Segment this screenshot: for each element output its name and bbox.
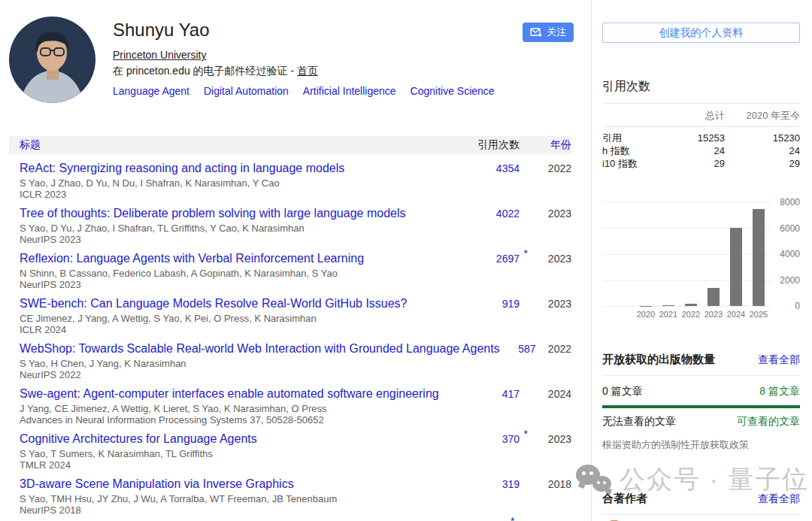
publication-authors: CE Jimenez, J Yang, A Wettig, S Yao, K P… [20,313,467,324]
citations-section-heading[interactable]: 引用次数 [602,79,800,95]
chart-year-label: 2020 [635,310,657,319]
citation-stats-row: 引用 15253 15230 [602,132,800,144]
publication-title-link[interactable]: WebShop: Towards Scalable Real-world Web… [20,342,500,356]
chart-y-tick-label: 8000 [780,197,800,207]
citation-stats-row: i10 指数 29 29 [602,157,800,170]
open-access-progress-bar [602,405,800,408]
citations-bar-chart: 202020212022202320242025 800060004000200… [602,201,800,319]
citation-asterisk: * [524,247,528,260]
chart-bar[interactable] [730,228,742,306]
chart-bar-column[interactable] [702,201,725,306]
publication-year: 2023 [520,297,571,310]
interest-tag[interactable]: Language Agent [113,85,189,97]
stats-row-since: 15230 [725,132,800,144]
publication-title-link[interactable]: Reflexion: Language Agents with Verbal R… [20,252,467,265]
publication-venue: NeurIPS 2023 [20,279,467,290]
oa-available-label-link[interactable]: 可查看的文章 [737,415,800,429]
sort-by-title-header[interactable]: 标题 [9,138,467,152]
coauthors-view-all-link[interactable]: 查看全部 [758,492,800,506]
chart-year-label: 2025 [747,310,770,319]
chart-bar-column[interactable] [725,201,747,306]
publication-title-link[interactable]: ReAct: Synergizing reasoning and acting … [20,162,467,175]
citation-count-link[interactable]: 417 [502,388,520,400]
citation-count-link[interactable]: 319 [502,478,520,490]
stats-header-total: 总计 [665,109,725,122]
coauthors-title: 合著作者 [602,492,647,506]
publication-title-link[interactable]: Tree of thoughts: Deliberate problem sol… [20,207,467,220]
chart-bar-column[interactable] [680,201,702,306]
chart-bar-column[interactable] [747,201,770,306]
affiliation-link[interactable]: Princeton University [113,49,207,61]
publication-title-link[interactable]: 3D-aware Scene Manipulation via Inverse … [20,477,467,491]
coauthors-section: 合著作者 查看全部 [602,492,800,521]
sort-by-year-header[interactable]: 年份 [520,138,571,152]
publication-row: Tree of thoughts: Deliberate problem sol… [9,199,571,244]
open-access-note: 根据资助方的强制性开放获取政策 [602,438,800,452]
publication-venue: Advances in Neural Information Processin… [20,414,467,426]
publication-title-link[interactable]: Swe-agent: Agent-computer interfaces ena… [20,387,467,401]
chart-x-axis-labels: 202020212022202320242025 [602,310,771,319]
create-profile-button[interactable]: 创建我的个人资料 [602,23,800,43]
chart-bar[interactable] [662,305,674,306]
follow-button-label: 关注 [547,26,566,39]
publication-year: 2018 [520,477,571,491]
coauthors-header: 合著作者 查看全部 [602,492,800,506]
publications-table: 标题 引用次数 年份 ReAct: Synergizing reasoning … [9,136,571,515]
next-row-citation-asterisk: * [511,515,514,521]
oa-unavailable-label: 无法查看的文章 [602,415,676,429]
publication-main: Swe-agent: Agent-computer interfaces ena… [9,387,467,426]
chart-bar[interactable] [685,304,697,306]
open-access-view-all-link[interactable]: 查看全部 [758,353,800,367]
publication-authors: S Yao, TMH Hsu, JY Zhu, J Wu, A Torralba… [20,493,467,504]
chart-bar-column[interactable] [635,201,657,306]
chart-year-label: 2023 [702,310,725,319]
stats-row-total: 29 [665,157,725,170]
citation-count-link[interactable]: 4354 [496,162,520,174]
oa-available-count-link[interactable]: 8 篇文章 [759,385,800,398]
profile-avatar[interactable] [9,17,95,103]
interest-tag[interactable]: Cognitive Science [411,85,495,97]
publication-row: ReAct: Synergizing reasoning and acting … [9,154,571,199]
profile-name: Shunyu Yao [113,20,495,41]
citation-count-link[interactable]: 370 [502,433,520,445]
publication-row: SWE-bench: Can Language Models Resolve R… [9,289,571,335]
stats-header-spacer [602,109,665,122]
publication-year: 2022 [520,162,571,175]
chart-plot-wrap: 202020212022202320242025 [602,201,771,319]
publication-venue: ICLR 2023 [20,189,467,200]
publication-main: Cognitive Architectures for Language Age… [9,432,467,471]
interest-tag[interactable]: Artificial Intelligence [303,85,396,97]
publication-year: 2024 [520,387,571,401]
follow-mail-plus-icon [530,28,542,38]
sorted-by-citations-header[interactable]: 引用次数 [467,138,520,152]
interest-tag[interactable]: Digital Automation [204,85,289,97]
citation-stats-row: h 指数 24 24 [602,144,800,157]
chart-bar[interactable] [707,288,720,306]
publication-row: Swe-agent: Agent-computer interfaces ena… [9,380,571,425]
chart-bar[interactable] [753,209,765,306]
citation-count-link[interactable]: 919 [502,298,520,310]
homepage-link[interactable]: 首页 [297,65,318,77]
open-access-section: 开放获取的出版物数量 查看全部 0 篇文章 8 篇文章 无法查看的文章 可查看的… [602,353,800,452]
interest-tags: Language AgentDigital AutomationArtifici… [113,85,495,97]
verified-email-text: 在 princeton.edu 的电子邮件经过验证 - [113,65,297,77]
coauthors-divider [602,514,800,515]
publication-citations-cell: 4022 * [467,207,520,220]
publication-title-link[interactable]: SWE-bench: Can Language Models Resolve R… [20,297,467,310]
chart-y-tick-label: 0 [795,301,800,311]
chart-bar-column[interactable] [657,201,680,306]
publication-title-link[interactable]: Cognitive Architectures for Language Age… [20,432,467,446]
publication-venue: NeurIPS 2022 [20,369,500,380]
publication-citations-cell: 370 * [467,432,520,446]
citation-count-link[interactable]: 4022 [496,207,520,220]
citation-count-link[interactable]: 2697 [496,253,520,265]
citation-count-link[interactable]: 587 [518,343,535,355]
open-access-header: 开放获取的出版物数量 查看全部 [602,353,800,367]
publication-main: 3D-aware Scene Manipulation via Inverse … [9,477,467,516]
follow-button[interactable]: 关注 [523,23,574,42]
publication-row: WebShop: Towards Scalable Real-world Web… [9,335,571,380]
open-access-counts: 0 篇文章 8 篇文章 [602,385,800,398]
profile-affiliation: Princeton University [113,49,495,61]
publication-year: 2022 [536,342,571,356]
publication-main: Reflexion: Language Agents with Verbal R… [9,252,467,290]
